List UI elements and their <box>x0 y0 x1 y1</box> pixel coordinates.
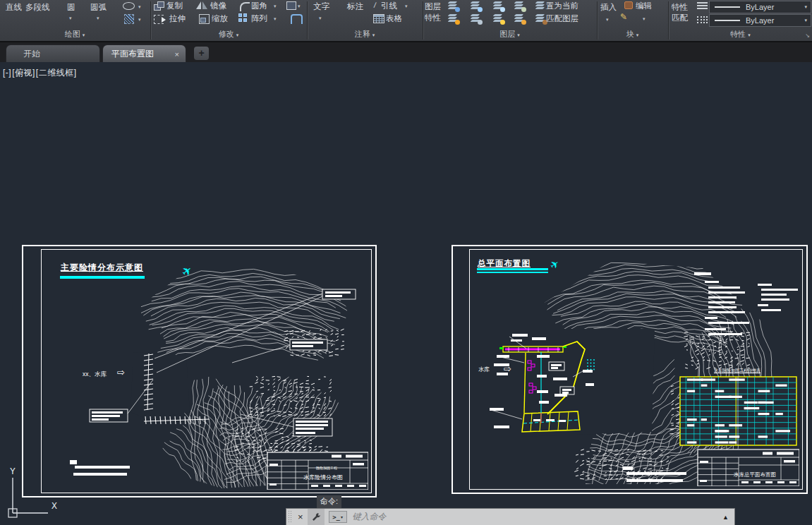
linetype-dropdown[interactable]: ByLayer ▾ <box>709 14 811 27</box>
tab-start[interactable]: 开始 <box>6 44 100 63</box>
command-input[interactable]: >_▾ 键入命令 <box>325 509 722 525</box>
array-button[interactable]: 阵列 <box>251 14 267 23</box>
copy-icon[interactable] <box>154 1 164 11</box>
lineweight-icon[interactable] <box>697 1 708 10</box>
viewport-view-control[interactable]: [俯视] <box>12 68 35 78</box>
insert-button[interactable]: 插入 <box>600 3 617 12</box>
ribbon-panel-properties: 特性 匹配 ByLayer ▾ ByLayer ▾ ↘ 特性 ▾ <box>669 0 812 41</box>
title-underline-bar <box>477 268 548 270</box>
block-edit-pencil-icon[interactable]: ✎ <box>620 12 627 22</box>
right-sheet-title: 总平面布置图 <box>478 258 531 269</box>
left-sheet-title: 主要险情分布示意图 <box>61 262 143 274</box>
fillet-icon[interactable] <box>240 2 250 11</box>
properties-panel-label[interactable]: 特性 ▾ <box>669 29 812 40</box>
annotate-panel-label[interactable]: 注释 ▾ <box>308 29 422 40</box>
modify-panel-label[interactable]: 修改 ▾ <box>151 29 306 40</box>
polyline-button[interactable]: 多段线 <box>25 3 50 12</box>
layer-freeze-icon[interactable] <box>492 1 503 11</box>
polyline-edit-icon[interactable] <box>291 14 303 24</box>
color-dropdown[interactable]: ByLayer ▾ <box>709 1 811 13</box>
command-prompt-icon[interactable]: >_▾ <box>329 511 347 523</box>
set-current-button[interactable]: 置为当前 <box>546 1 578 11</box>
layer-lock-icon[interactable] <box>514 1 524 11</box>
stretch-icon[interactable] <box>154 15 164 24</box>
ribbon-panel-block: 插入 ▾ 编辑 ✎ ▾ 块 ▾ <box>598 0 667 41</box>
chevron-down-icon[interactable]: ▾ <box>298 4 301 8</box>
title-underline-bar <box>477 272 548 273</box>
ucs-icon: Y X <box>0 459 71 525</box>
chevron-down-icon[interactable]: ▾ <box>643 16 646 21</box>
mirror-button[interactable]: 镜像 <box>210 1 226 11</box>
scale-button[interactable]: 缩放 <box>212 14 228 23</box>
viewport-minimize-control[interactable]: [-] <box>3 68 11 78</box>
chevron-down-icon[interactable]: ▾ <box>274 16 277 21</box>
layers-panel-label[interactable]: 图层 ▾ <box>423 29 596 40</box>
close-icon[interactable]: × <box>175 50 179 59</box>
bylayer-line-icon <box>715 6 740 8</box>
layer-match-icon[interactable] <box>535 14 545 23</box>
wrench-icon[interactable] <box>308 509 325 525</box>
scale-icon[interactable] <box>199 14 210 24</box>
tab-drawing[interactable]: 平面布置图× <box>102 44 186 63</box>
chevron-down-icon[interactable]: ▾ <box>138 17 141 22</box>
layer-sun-icon[interactable] <box>492 14 503 23</box>
block-edit-button[interactable]: 编辑 <box>636 1 652 11</box>
block-panel-label[interactable]: 块 ▾ <box>598 29 667 40</box>
array-icon[interactable] <box>238 13 248 23</box>
linetype-icon[interactable] <box>697 16 708 24</box>
layer-current-icon[interactable] <box>535 1 545 11</box>
chevron-down-icon[interactable]: ▾ <box>138 4 141 9</box>
draw-panel-label[interactable]: 绘图 ▾ <box>0 29 150 40</box>
leader-icon[interactable]: / <box>373 1 377 9</box>
fillet-button[interactable]: 圆角 <box>251 1 267 11</box>
autocad-window: 直线 多段线 圆 ▾ 圆弧 ▾ ▾ ▾ 绘图 ▾ 复制 镜像 圆角 ▾ ▾ 拉伸 <box>0 0 812 525</box>
command-placeholder: 键入命令 <box>353 511 387 523</box>
line-button[interactable]: 直线 <box>6 3 22 12</box>
command-line[interactable]: × >_▾ 键入命令 ▲ <box>286 508 735 525</box>
blend-icon[interactable] <box>286 1 296 10</box>
table-button[interactable]: 表格 <box>386 14 402 23</box>
close-icon[interactable]: × <box>293 512 308 522</box>
chevron-down-icon[interactable]: ▾ <box>274 4 277 8</box>
hatch-icon[interactable] <box>124 14 134 24</box>
table-icon[interactable] <box>373 14 384 23</box>
sheet-left-graphics <box>42 250 368 490</box>
arc-button[interactable]: 圆弧 <box>90 3 107 12</box>
chevron-down-icon[interactable]: ▾ <box>97 16 99 20</box>
viewport-visual-style-control[interactable]: [二维线框] <box>36 68 77 78</box>
chevron-down-icon[interactable]: ▾ <box>69 16 72 20</box>
leader-button[interactable]: 引线 <box>381 1 397 11</box>
layer-properties-button[interactable]: 图层 <box>425 2 441 11</box>
chevron-down-icon[interactable]: ▾ <box>405 4 408 8</box>
layer-pin-icon[interactable] <box>447 1 458 11</box>
layout-sheet-left <box>22 245 377 497</box>
drawing-canvas[interactable]: [-][俯视][二维线框] 主要险情分布示意图 ✈ xx、水库 ⇨ 除险加固工程… <box>0 62 812 525</box>
match-properties-button[interactable]: 特性 <box>672 3 688 12</box>
title-underline-bar <box>60 276 145 279</box>
chevron-down-icon[interactable]: ▾ <box>804 18 807 23</box>
layer-unlock-icon[interactable] <box>514 14 524 23</box>
chevron-down-icon[interactable]: ▾ <box>319 16 322 20</box>
text-button[interactable]: 文字 <box>313 2 329 11</box>
new-tab-button[interactable]: + <box>194 47 209 60</box>
stretch-button[interactable]: 拉伸 <box>169 14 186 23</box>
mirror-icon[interactable] <box>196 1 207 9</box>
dimension-button[interactable]: 标注 <box>347 2 363 11</box>
layer-walk-icon[interactable] <box>470 14 480 23</box>
layer-on-icon[interactable] <box>447 14 458 23</box>
layer-edit-icon[interactable] <box>470 1 480 11</box>
left-reservoir-label: xx、水库 <box>83 370 107 379</box>
ellipse-icon[interactable] <box>123 2 135 10</box>
drag-handle[interactable] <box>288 510 293 524</box>
chevron-down-icon[interactable]: ▾ <box>804 4 807 10</box>
bylayer-value: ByLayer <box>746 3 804 11</box>
copy-button[interactable]: 复制 <box>166 1 183 11</box>
match-layer-button[interactable]: 匹配图层 <box>546 14 578 23</box>
match-properties-button[interactable]: 匹配 <box>672 13 688 23</box>
command-history-icon[interactable]: ▲ <box>722 514 729 521</box>
block-icon[interactable] <box>624 1 633 9</box>
chevron-down-icon[interactable]: ▾ <box>606 17 609 22</box>
circle-button[interactable]: 圆 <box>67 3 75 12</box>
layer-properties-button[interactable]: 特性 <box>425 13 441 23</box>
svg-text:X: X <box>51 500 57 511</box>
